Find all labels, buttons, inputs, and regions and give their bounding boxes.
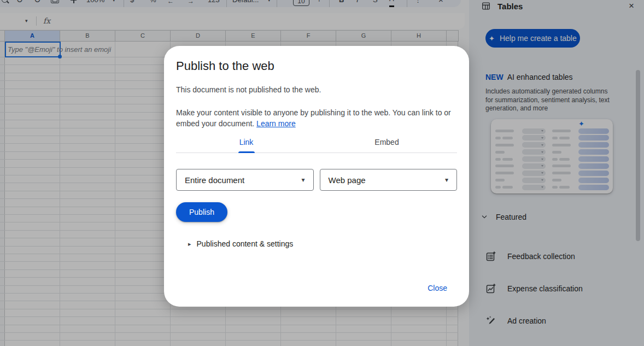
content-select[interactable]: Entire document ▾: [176, 169, 314, 191]
tab-embed[interactable]: Embed: [317, 133, 457, 153]
tab-link[interactable]: Link: [176, 133, 317, 153]
dropdown-caret-icon: ▾: [301, 176, 305, 184]
learn-more-link[interactable]: Learn more: [256, 119, 296, 128]
disclosure-triangle-icon: ▸: [188, 241, 191, 248]
publish-status-text: This document is not published to the we…: [176, 85, 457, 94]
publish-tabs: Link Embed: [176, 133, 457, 153]
close-dialog-button[interactable]: Close: [428, 284, 447, 292]
dropdown-caret-icon: ▾: [445, 176, 448, 184]
publish-to-web-dialog: Publish to the web This document is not …: [164, 46, 469, 307]
dialog-title: Publish to the web: [176, 58, 457, 74]
publish-button[interactable]: Publish: [176, 202, 227, 222]
publish-options: Entire document ▾ Web page ▾: [176, 169, 457, 191]
format-select[interactable]: Web page ▾: [320, 169, 458, 191]
published-content-settings-toggle[interactable]: ▸ Published content & settings: [176, 239, 457, 248]
active-tab-indicator: [238, 151, 255, 153]
google-sheets-app: ↺ ↻ 100% ▾ $ % .0← .00→ 123 Defaul... ▾ …: [0, 0, 644, 346]
publish-description: Make your content visible to anyone by p…: [176, 107, 457, 129]
